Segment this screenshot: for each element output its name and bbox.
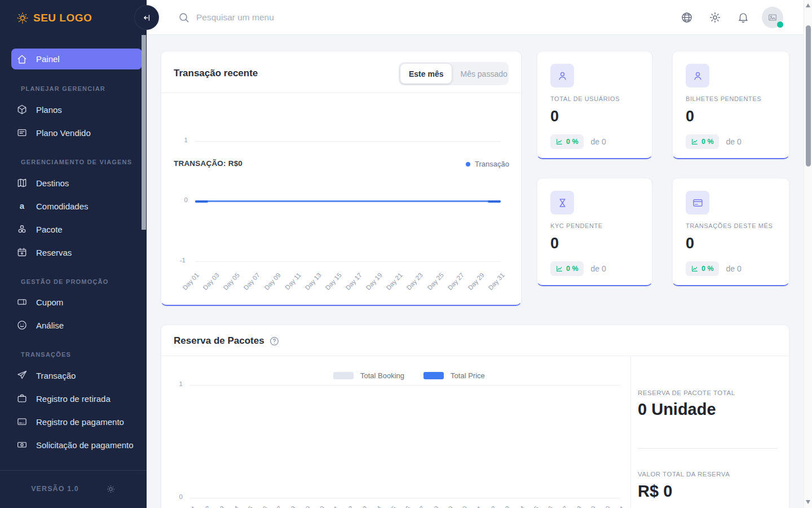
y-tick: 0 — [167, 493, 183, 500]
divider — [638, 448, 778, 449]
legend-label: Transação — [475, 160, 509, 168]
stat-badge-row: 0 % de 0 — [686, 134, 742, 149]
sidebar-scrollbar-thumb[interactable] — [142, 35, 146, 230]
sidebar-item-destinos[interactable]: Destinos — [0, 172, 142, 194]
sidebar-item-label: Cupom — [36, 297, 63, 307]
legend-swatch-total-booking — [333, 372, 354, 379]
vertical-divider — [630, 356, 631, 508]
gear-icon[interactable] — [709, 11, 721, 24]
x-tick-label: Day 05 — [222, 271, 241, 291]
y-tick: 0 — [173, 196, 188, 203]
user-icon — [686, 64, 709, 87]
globe-icon[interactable] — [681, 11, 693, 24]
sidebar-item-cupom[interactable]: Cupom — [0, 291, 142, 313]
sidebar-item-pacote[interactable]: Pacote — [0, 218, 142, 240]
x-tick-label: Day 11 — [284, 271, 302, 291]
sidebar-item-comodidades[interactable]: aComodidades — [0, 195, 142, 217]
gridline — [189, 498, 621, 498]
booking-total-value: 0 Unidade — [638, 400, 716, 419]
transaction-card-title: Transação recente — [174, 68, 258, 79]
tab-last-month[interactable]: Mês passado — [452, 64, 515, 84]
sidebar-item-label: Análise — [36, 321, 64, 330]
svg-text:a: a — [20, 201, 25, 211]
stat-title: TOTAL DE USUÁRIOS — [550, 95, 620, 102]
letter-a-icon: a — [16, 200, 28, 212]
logo-sun-icon — [16, 11, 29, 25]
booking-value-label: VALOR TOTAL DA RESERVA — [638, 471, 730, 478]
y-tick: 1 — [173, 137, 188, 143]
x-tick-label: Day 15 — [324, 271, 343, 291]
page-scrollbar[interactable] — [804, 0, 812, 508]
sidebar-item-planos[interactable]: Planos — [0, 98, 142, 121]
booking-value-value: R$ 0 — [638, 482, 672, 501]
bell-icon[interactable] — [737, 11, 749, 24]
trend-up-icon — [691, 138, 699, 146]
logo[interactable]: SEU LOGO — [16, 9, 92, 27]
x-tick-label: Day 17 — [345, 271, 363, 291]
sidebar-item-label: Plano Vendido — [36, 128, 91, 138]
stat-card-total-users: TOTAL DE USUÁRIOS 0 0 % de 0 — [537, 51, 652, 159]
stat-title: BILHETES PENDENTES — [686, 95, 761, 102]
booking-chart-legend: Total Booking Total Price — [333, 371, 485, 380]
stat-badge-row: 0 % de 0 — [550, 134, 606, 149]
transaction-card: Transação recente Este mês Mês passado T… — [161, 51, 522, 306]
stat-suffix: de 0 — [726, 264, 742, 273]
stat-title: KYC PENDENTE — [550, 222, 603, 229]
sun-icon[interactable] — [106, 484, 116, 494]
sidebar-section-gestao-de-promocao: GESTÃO DE PROMOÇÃO — [21, 278, 108, 286]
trend-up-icon — [555, 265, 563, 273]
sidebar-item-reservas[interactable]: Reservas — [0, 241, 142, 264]
x-tick-label: Day 21 — [385, 271, 404, 291]
sidebar-item-registro-de-pagamento[interactable]: Registro de pagamento — [0, 410, 142, 433]
package-booking-card: Reserva de Pacotes Total Booking Total P… — [161, 325, 789, 508]
sidebar-item-solicitacao-de-pagamento[interactable]: Solicitação de pagamento — [0, 433, 142, 456]
sidebar-section-gerenciamento-de-viagens: GERENCIAMENTO DE VIAGENS — [21, 159, 132, 167]
calendar-plus-icon — [16, 247, 28, 258]
sidebar-section-transacoes: TRANSAÇÕES — [21, 351, 71, 359]
sidebar-item-analise[interactable]: Análise — [0, 314, 142, 336]
stat-value: 0 — [550, 108, 559, 125]
sidebar: SEU LOGO PainelPLANEJAR GERENCIARPlanosP… — [0, 0, 147, 508]
sidebar-item-label: Planos — [36, 105, 62, 115]
legend-label: Total Price — [451, 371, 485, 380]
x-tick-label: Day 01 — [182, 271, 200, 291]
search-input[interactable] — [196, 8, 512, 27]
map-icon — [16, 177, 28, 189]
hourglass-icon — [550, 191, 574, 214]
x-tick-label: Day 19 — [365, 271, 383, 291]
scroll-up-arrow[interactable] — [806, 3, 810, 7]
sidebar-section-planejar-gerenciar: PLANEJAR GERENCIAR — [21, 85, 105, 93]
user-icon — [550, 64, 574, 87]
divider — [161, 356, 789, 356]
percent-badge: 0 % — [686, 134, 719, 149]
period-tab-group: Este mês Mês passado — [399, 62, 509, 85]
x-tick-label: Day 03 — [202, 271, 220, 291]
sidebar-item-label: Pacote — [36, 225, 63, 234]
scrollbar-thumb[interactable] — [806, 25, 811, 167]
stat-suffix: de 0 — [591, 137, 606, 146]
gridline — [195, 261, 501, 262]
booking-total-label: RESERVA DE PACOTE TOTAL — [638, 389, 735, 396]
question-circle-icon[interactable] — [269, 336, 280, 347]
legend-label: Total Booking — [360, 371, 404, 380]
divider — [161, 93, 521, 93]
x-tick-label: Day 27 — [446, 271, 465, 291]
sidebar-item-plano-vendido[interactable]: Plano Vendido — [0, 121, 142, 144]
sidebar-item-label: Solicitação de pagamento — [36, 440, 134, 450]
scroll-down-arrow[interactable] — [806, 500, 810, 504]
list-card-icon — [16, 127, 28, 138]
sidebar-item-label: Comodidades — [36, 202, 89, 211]
line-segment — [195, 200, 208, 203]
tab-this-month[interactable]: Este mês — [400, 64, 452, 84]
sidebar-item-label: Destinos — [36, 178, 69, 188]
sidebar-item-transacao[interactable]: Transação — [0, 364, 142, 387]
sidebar-item-painel[interactable]: Painel — [11, 49, 142, 69]
sidebar-item-registro-de-retirada[interactable]: Registro de retirada — [0, 387, 142, 410]
sidebar-item-label: Registro de retirada — [36, 394, 111, 404]
trend-up-icon — [691, 265, 699, 273]
home-icon — [16, 54, 28, 65]
sidebar-collapse-button[interactable] — [134, 5, 159, 30]
booking-title-row: Reserva de Pacotes — [174, 335, 280, 347]
version-label: VERSÃO 1.0 — [31, 485, 79, 493]
percent-badge: 0 % — [550, 261, 584, 276]
